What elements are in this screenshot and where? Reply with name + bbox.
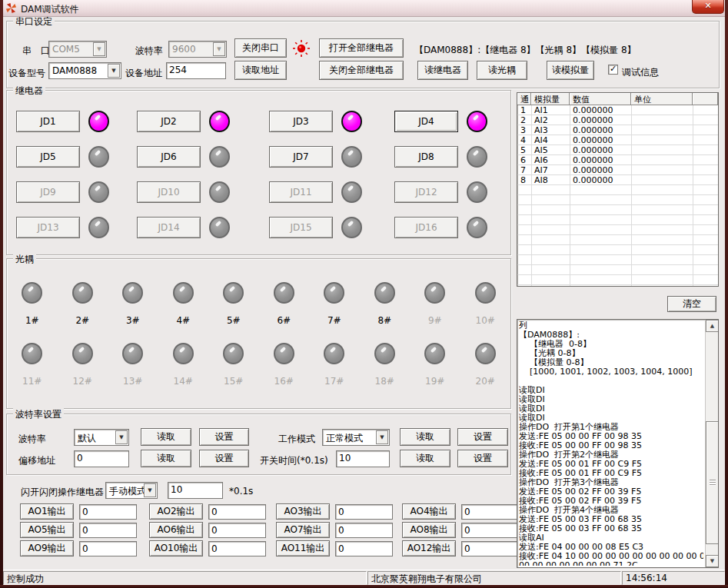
opto-led: [22, 282, 42, 304]
debug-info-checkbox[interactable]: [608, 65, 618, 75]
opto-led: [324, 343, 344, 364]
scroll-up-icon[interactable]: ▲: [706, 320, 719, 332]
ao-output-input[interactable]: 0: [461, 541, 519, 556]
relay-button[interactable]: JD13: [16, 217, 80, 238]
ao-output-input[interactable]: 0: [461, 523, 519, 538]
ao-output-input[interactable]: 0: [335, 504, 393, 520]
ao-output-button[interactable]: AO10输出: [149, 540, 203, 556]
relay-button[interactable]: JD11: [269, 181, 333, 203]
relay-led: [341, 217, 362, 238]
log-scrollbar[interactable]: ▲ ▼: [705, 320, 718, 567]
cell-unit: [631, 155, 693, 165]
opto-led: [122, 282, 143, 304]
relay-button[interactable]: JD4: [394, 111, 458, 132]
workmode-read-button[interactable]: 读取: [400, 428, 450, 446]
relay-button[interactable]: JD6: [137, 146, 201, 168]
chevron-down-icon[interactable]: ▼: [115, 430, 128, 444]
port-combo[interactable]: COM5 ▼: [48, 41, 107, 58]
ao-output-input[interactable]: 0: [335, 541, 393, 556]
relay-button[interactable]: JD1: [16, 111, 80, 132]
close-button[interactable]: ✕: [692, 0, 724, 14]
close-all-relays-button[interactable]: 关闭全部继电器: [319, 61, 404, 80]
title-bar[interactable]: DAM调试软件 ✕: [0, 0, 728, 17]
switch-time-input[interactable]: 10: [336, 450, 390, 467]
relay-button[interactable]: JD14: [137, 217, 201, 238]
relay-button[interactable]: JD9: [16, 181, 80, 203]
relay-button[interactable]: JD3: [269, 111, 333, 132]
ao-output-input[interactable]: 0: [208, 541, 266, 556]
chevron-down-icon[interactable]: ▼: [376, 430, 388, 444]
read-opto-button[interactable]: 读光耦: [477, 61, 527, 80]
col-header-analog: 模拟量: [531, 93, 570, 105]
ao-output-input[interactable]: 0: [79, 523, 137, 538]
ao-output-input[interactable]: 0: [335, 523, 393, 538]
chevron-down-icon[interactable]: ▼: [213, 42, 225, 56]
offset-input[interactable]: 0: [74, 450, 129, 467]
ao-output-button[interactable]: AO9输出: [20, 540, 74, 556]
flash-time-input[interactable]: 10: [168, 482, 223, 499]
baud-combo[interactable]: 9600 ▼: [168, 41, 227, 58]
ao-output-button[interactable]: AO4输出: [402, 503, 456, 520]
ao-output-button[interactable]: AO12输出: [402, 540, 456, 556]
opto-led: [173, 282, 194, 304]
workmode-set-button[interactable]: 设置: [457, 428, 508, 446]
ao-cell: AO11输出 0: [276, 540, 402, 556]
ao-output-button[interactable]: AO11输出: [276, 540, 330, 556]
relay-button[interactable]: JD2: [137, 111, 201, 132]
ao-output-button[interactable]: AO3输出: [276, 503, 330, 520]
scroll-down-icon[interactable]: ▼: [706, 555, 719, 567]
relay-cell: JD1: [16, 111, 137, 132]
relay-button[interactable]: JD16: [394, 217, 458, 238]
chevron-down-icon[interactable]: ▼: [144, 483, 156, 497]
ao-output-input[interactable]: 0: [208, 523, 266, 538]
model-combo[interactable]: DAM0888 ▼: [48, 62, 121, 79]
ao-output-button[interactable]: AO6输出: [149, 522, 203, 538]
ao-output-input[interactable]: 0: [461, 504, 519, 520]
relay-button[interactable]: JD7: [269, 146, 333, 168]
relay-button[interactable]: JD8: [394, 146, 458, 168]
ao-output-button[interactable]: AO8输出: [402, 522, 456, 538]
log-line: 读取DI: [519, 395, 703, 404]
opto-label: 12#: [73, 376, 92, 387]
chevron-down-icon[interactable]: ▼: [93, 42, 105, 56]
open-all-relays-button[interactable]: 打开全部继电器: [319, 38, 404, 58]
read-relay-button[interactable]: 读继电器: [417, 61, 468, 80]
opto-led: [424, 282, 445, 304]
opto-led: [274, 282, 294, 304]
address-input[interactable]: 254: [166, 62, 226, 79]
flash-mode-combo[interactable]: 手动模式 ▼: [105, 482, 158, 499]
baudrate-combo-value: 默认: [78, 432, 96, 445]
clear-log-button[interactable]: 清空: [667, 296, 716, 312]
ao-output-button[interactable]: AO2输出: [149, 503, 203, 520]
relay-button[interactable]: JD10: [137, 181, 201, 203]
ao-output-input[interactable]: 0: [208, 504, 266, 520]
ao-output-button[interactable]: AO1输出: [20, 503, 74, 520]
ao-output-input[interactable]: 0: [79, 541, 137, 556]
switch-read-button[interactable]: 读取: [400, 450, 450, 467]
ao-output-button[interactable]: AO7输出: [276, 522, 330, 538]
relay-button[interactable]: JD12: [394, 181, 458, 203]
switch-set-button[interactable]: 设置: [457, 450, 508, 467]
cell-extra: [693, 155, 718, 165]
ao-output-input[interactable]: 0: [79, 504, 137, 520]
cell-channel: 7: [517, 165, 531, 175]
baud-set-button[interactable]: 设置: [199, 428, 249, 446]
relay-button[interactable]: JD15: [269, 217, 333, 238]
debug-log-box[interactable]: 列 【DAM0888】: 【继电器 0-8】 【光耦 0-8】 【模拟量 0-8…: [517, 319, 719, 568]
opto-cell: 6#: [259, 282, 310, 326]
close-port-button[interactable]: 关闭串口: [234, 38, 287, 58]
ao-output-button[interactable]: AO5输出: [20, 522, 74, 538]
workmode-combo[interactable]: 正常模式 ▼: [322, 429, 390, 446]
read-address-button[interactable]: 读取地址: [234, 61, 287, 80]
relay-button[interactable]: JD5: [16, 146, 80, 168]
log-line: 00 00 00 00 00 00 00 71 2C: [519, 561, 703, 566]
chevron-down-icon[interactable]: ▼: [108, 64, 120, 78]
relay-cell: JD11: [269, 181, 394, 203]
baud-read-button[interactable]: 读取: [141, 428, 191, 446]
scrollbar-thumb[interactable]: [706, 421, 719, 544]
read-analog-button[interactable]: 读模拟量: [547, 61, 594, 80]
offset-read-button[interactable]: 读取: [141, 450, 191, 467]
offset-set-button[interactable]: 设置: [199, 450, 249, 467]
baudrate-combo[interactable]: 默认 ▼: [74, 429, 129, 446]
relay-led: [209, 217, 230, 238]
